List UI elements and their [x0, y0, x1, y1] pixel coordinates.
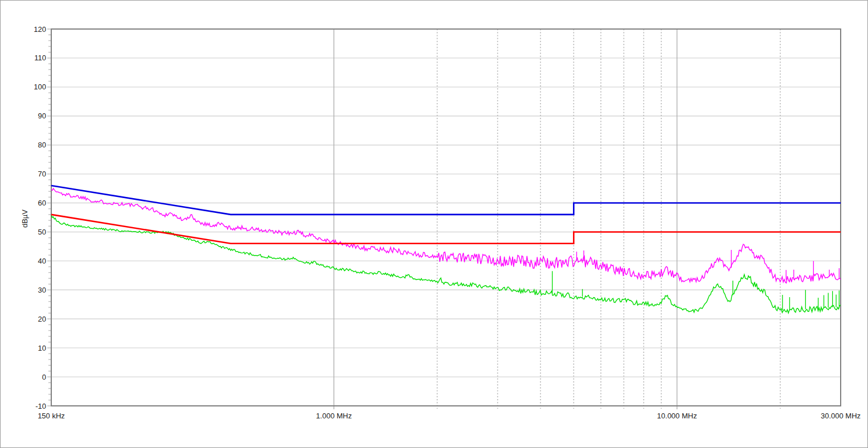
y-tick-label: 50 — [38, 228, 46, 236]
y-tick-label: 0 — [42, 373, 46, 381]
x-tick-label: 10.000 MHz — [657, 412, 697, 420]
x-tick-label: 150 kHz — [38, 412, 65, 420]
x-tick-label: 1.000 MHz — [316, 412, 352, 420]
x-tick-label: 30.000 MHz — [821, 412, 861, 420]
y-tick-label: 20 — [38, 315, 46, 323]
y-axis-title: dBµV — [5, 214, 44, 223]
y-tick-label: 70 — [38, 170, 46, 178]
y-tick-label: 110 — [34, 54, 46, 62]
y-tick-label: 60 — [38, 199, 46, 207]
y-tick-label: 120 — [34, 25, 46, 34]
y-tick-label: -10 — [35, 402, 46, 410]
y-tick-label: 40 — [38, 257, 46, 265]
plot-area[interactable] — [51, 29, 841, 406]
emc-measurement-window: 1201101009080706050403020100-10150 kHz1.… — [0, 0, 868, 448]
y-tick-label: 100 — [34, 83, 46, 91]
y-tick-label: 80 — [38, 141, 46, 149]
y-tick-label: 10 — [38, 344, 46, 352]
chart-canvas[interactable]: 1201101009080706050403020100-10150 kHz1.… — [1, 1, 868, 448]
y-tick-label: 90 — [38, 112, 46, 120]
y-tick-label: 30 — [38, 286, 46, 294]
